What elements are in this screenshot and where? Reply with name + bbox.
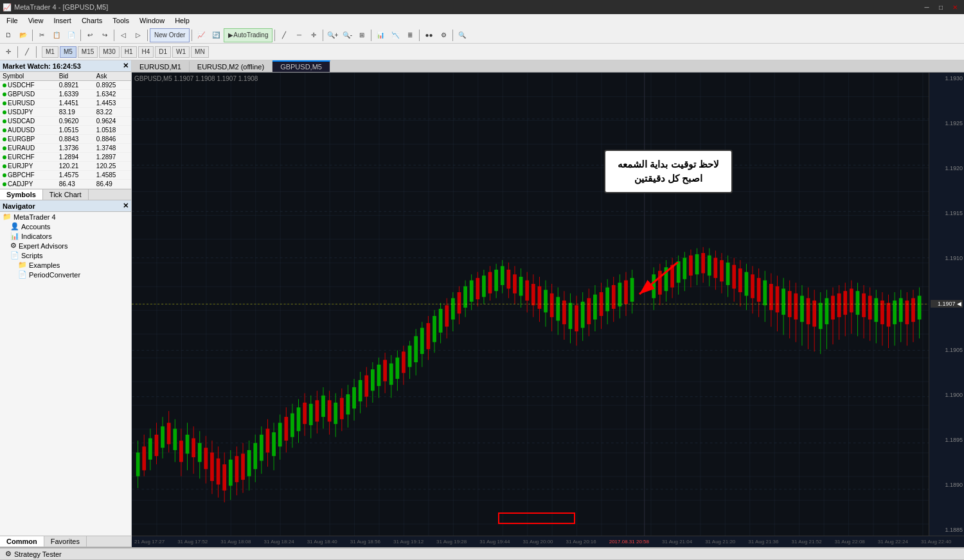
svg-rect-239 [850,288,853,312]
indicator-btn1[interactable]: 📊 [373,28,388,42]
symbol-cell: EURUSD [0,99,57,108]
zoom-fit-btn[interactable]: ⊞ [355,28,369,42]
time-label-7: 31 Aug 19:12 [393,539,424,545]
nav-item-indicators[interactable]: 📊 Indicators [0,231,131,241]
close-btn[interactable]: ✕ [949,2,961,12]
new-order-btn[interactable]: New Order [150,28,190,42]
market-row-euraud[interactable]: EURAUD 1.3736 1.3748 [0,144,131,153]
chart-tab-eurusd-m1[interactable]: EURUSD,M1 [132,60,190,72]
minimize-btn[interactable]: ─ [920,2,933,12]
market-row-gbpusd[interactable]: GBPUSD 1.6339 1.6342 [0,90,131,99]
menu-insert[interactable]: Insert [48,14,76,27]
market-row-cadjpy[interactable]: CADJPY 86.43 86.49 [0,180,131,189]
hline-tool[interactable]: ─ [292,28,306,42]
paste-btn[interactable]: 📄 [64,28,78,42]
search-btn[interactable]: 🔍 [455,28,469,42]
dot-indicator [3,119,6,123]
market-row-eurchf[interactable]: EURCHF 1.2894 1.2897 [0,153,131,162]
chart-info: GBPUSD,M5 1.1907 1.1908 1.1907 1.1908 [134,75,258,82]
more-btn[interactable]: ●● [422,28,436,42]
market-row-audusd[interactable]: AUDUSD 1.0515 1.0518 [0,126,131,135]
expert-btn[interactable]: ⚙ [436,28,451,42]
symbol-cell: EURCHF [0,153,57,162]
ask-cell: 0.9624 [94,117,131,126]
indicator-btn3[interactable]: ≣ [403,28,417,42]
nav-item-metatrader-4[interactable]: 📁 MetaTrader 4 [0,212,131,222]
undo-btn[interactable]: ↩ [83,28,97,42]
market-row-eurusd[interactable]: EURUSD 1.4451 1.4453 [0,99,131,108]
maximize-btn[interactable]: □ [934,2,947,12]
chart-tab-gbpusd-m5[interactable]: GBPUSD,M5 [272,60,330,72]
fwd-btn[interactable]: ▷ [131,28,145,42]
market-row-eurgbp[interactable]: EURGBP 0.8843 0.8846 [0,135,131,144]
chart-tab-eurusd-m2[interactable]: EURUSD,M2 (offline) [190,60,272,72]
navigator-close[interactable]: ✕ [123,202,129,210]
open-btn[interactable]: 📂 [16,28,30,42]
nav-item-scripts[interactable]: 📄 Scripts [0,250,131,260]
refresh-btn[interactable]: 🔄 [209,28,223,42]
market-row-usdcad[interactable]: USDCAD 0.9620 0.9624 [0,117,131,126]
period-d1[interactable]: D1 [155,46,171,58]
period-h1[interactable]: H1 [121,46,137,58]
back-btn[interactable]: ◁ [116,28,130,42]
line-tool[interactable]: ╱ [277,28,291,42]
svg-rect-63 [290,414,294,437]
period-m15[interactable]: M15 [78,46,98,58]
crosshair-tool[interactable]: ✛ [307,28,321,42]
nav-label: MetaTrader 4 [13,213,56,221]
market-row-usdjpy[interactable]: USDJPY 83.19 83.22 [0,108,131,117]
tab-favorites[interactable]: Favorites [44,536,87,547]
svg-rect-171 [624,281,628,304]
price-axis: 1.1930 1.1925 1.1920 1.1915 1.1910 1.190… [929,73,964,536]
chart-canvas[interactable]: GBPUSD,M5 1.1907 1.1908 1.1907 1.1908 [132,73,964,536]
nav-item-examples[interactable]: 📁 Examples [0,260,131,270]
period-mn[interactable]: MN [191,46,209,58]
market-row-usdchf[interactable]: USDCHF 0.8921 0.8925 [0,81,131,90]
nav-item-expert-advisors[interactable]: ⚙ Expert Advisors [0,241,131,250]
svg-rect-125 [482,276,486,297]
crosshair-mode[interactable]: ✛ [1,45,15,59]
indicator-btn2[interactable]: 📉 [388,28,402,42]
chart-up-btn[interactable]: 📈 [194,28,208,42]
ask-cell: 1.2897 [94,153,131,162]
period-w1[interactable]: W1 [172,46,190,58]
market-row-gbpchf[interactable]: GBPCHF 1.4575 1.4585 [0,171,131,180]
tab-tick-chart[interactable]: Tick Chart [43,189,89,200]
period-m5[interactable]: M5 [60,46,76,58]
market-row-eurjpy[interactable]: EURJPY 120.21 120.25 [0,162,131,171]
autotrading-btn[interactable]: ▶ AutoTrading [224,28,272,42]
svg-rect-195 [713,258,717,277]
menu-charts[interactable]: Charts [76,14,107,27]
zoom-out-btn[interactable]: 🔍- [340,28,354,42]
redo-btn[interactable]: ↪ [98,28,112,42]
line-studies[interactable]: ╱ [20,45,34,59]
menu-tools[interactable]: Tools [107,14,134,27]
tab-symbols[interactable]: Symbols [0,189,43,200]
zoom-in-btn[interactable]: 🔍+ [325,28,339,42]
svg-rect-201 [732,265,736,288]
dot-indicator [3,83,6,87]
copy-btn[interactable]: 📋 [49,28,64,42]
period-m1[interactable]: M1 [42,46,58,58]
nav-label: Scripts [21,252,43,259]
nav-item-periodconverter[interactable]: 📄 PeriodConverter [0,270,131,279]
period-m30[interactable]: M30 [99,46,119,58]
new-btn[interactable]: 🗋 [1,28,15,42]
time-label-14: 31 Aug 21:36 [748,539,778,545]
cut-btn[interactable]: ✂ [35,28,49,42]
svg-rect-147 [550,293,554,317]
nav-item-accounts[interactable]: 👤 Accounts [0,222,131,231]
menu-help[interactable]: Help [170,14,195,27]
svg-rect-115 [451,298,455,319]
price-1920: 1.1920 [931,165,963,171]
nav-label: Examples [29,261,60,269]
svg-rect-123 [476,278,479,299]
svg-rect-235 [837,293,841,317]
menu-file[interactable]: File [1,14,23,27]
menu-view[interactable]: View [23,14,49,27]
market-watch-close[interactable]: ✕ [123,62,129,70]
period-h4[interactable]: H4 [138,46,154,58]
menu-window[interactable]: Window [134,14,170,27]
svg-rect-73 [321,396,325,417]
tab-common[interactable]: Common [0,536,44,547]
